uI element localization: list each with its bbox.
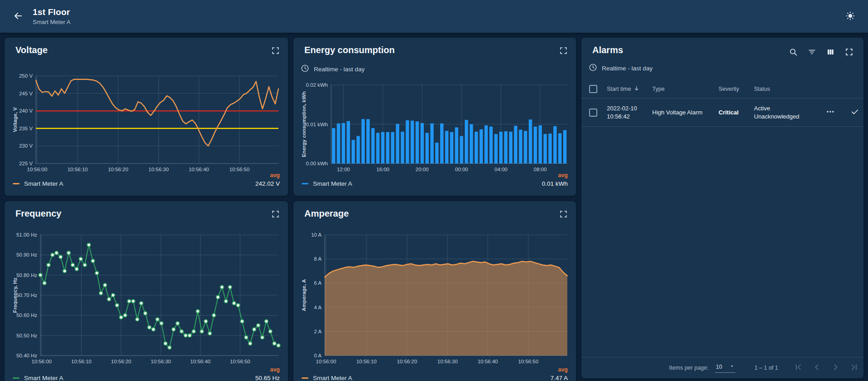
legend-dash-icon xyxy=(302,377,308,379)
svg-text:2 A: 2 A xyxy=(314,329,322,334)
fullscreen-button[interactable] xyxy=(268,207,283,223)
svg-text:10:56:40: 10:56:40 xyxy=(190,359,211,364)
sun-icon xyxy=(845,11,855,22)
agg-value: 242.02 V xyxy=(255,180,280,187)
legend-series[interactable]: Smart Meter A xyxy=(302,180,352,187)
search-icon xyxy=(789,48,798,58)
alarms-toolbar xyxy=(786,45,856,60)
cell-status: Active Unacknowledged xyxy=(754,104,823,120)
svg-text:51.00 Hz: 51.00 Hz xyxy=(16,232,37,238)
first-page-icon xyxy=(794,362,803,373)
column-status[interactable]: Status xyxy=(754,86,823,92)
svg-text:10:56:20: 10:56:20 xyxy=(111,359,131,364)
last-page-icon xyxy=(849,362,859,373)
cell-start-time: 2022-02-10 10:56:42 xyxy=(607,104,652,120)
svg-text:00:00: 00:00 xyxy=(455,167,468,172)
fullscreen-button[interactable] xyxy=(268,44,283,59)
svg-text:0.00 kWh: 0.00 kWh xyxy=(306,161,328,166)
fullscreen-button[interactable] xyxy=(556,207,570,223)
column-start-time[interactable]: Start time xyxy=(607,85,652,93)
items-per-page-label: Items per page: xyxy=(669,365,709,371)
items-per-page-select[interactable]: 10 xyxy=(715,363,735,373)
legend-series-name: Smart Meter A xyxy=(313,375,352,381)
svg-text:12:00: 12:00 xyxy=(337,167,350,172)
last-page-button[interactable] xyxy=(848,361,861,375)
back-arrow-icon xyxy=(13,10,24,23)
first-page-button[interactable] xyxy=(792,361,805,375)
fullscreen-icon xyxy=(271,210,280,220)
columns-button[interactable] xyxy=(823,45,838,60)
svg-text:250 V: 250 V xyxy=(19,73,33,79)
widget-title: Energy consumption xyxy=(304,45,395,55)
svg-text:6 A: 6 A xyxy=(314,280,322,286)
alarms-table-header: Start time Type Severity Status xyxy=(581,79,863,99)
widget-voltage: Voltage 225 V230 V235 V240 V245 V250 V10… xyxy=(5,38,288,196)
widget-amperage: Amperage 0 A2 A4 A6 A8 A10 A10:56:0010:5… xyxy=(293,201,576,381)
chart-legend: Smart Meter A avg 7.47 A xyxy=(302,366,568,381)
fullscreen-icon xyxy=(559,210,568,220)
chevron-right-icon xyxy=(831,362,840,373)
legend-series-name: Smart Meter A xyxy=(313,180,352,187)
legend-series-name: Smart Meter A xyxy=(24,180,63,187)
svg-text:10:56:50: 10:56:50 xyxy=(230,359,250,364)
svg-text:50.80 Hz: 50.80 Hz xyxy=(16,272,37,278)
svg-text:50.40 Hz: 50.40 Hz xyxy=(16,353,37,358)
select-all-checkbox[interactable] xyxy=(589,85,597,93)
legend-series[interactable]: Smart Meter A xyxy=(13,180,63,187)
legend-dash-icon xyxy=(302,183,308,184)
back-button[interactable] xyxy=(10,8,26,25)
app-header: 1st Floor Smart Meter A xyxy=(0,0,868,33)
row-checkbox[interactable] xyxy=(589,109,597,117)
chart-legend: Smart Meter A avg 242.02 V xyxy=(13,172,280,187)
brightness-button[interactable] xyxy=(843,8,858,25)
chart-legend: Smart Meter A avg 50.65 Hz xyxy=(13,366,280,381)
svg-text:4 A: 4 A xyxy=(314,305,322,310)
alarms-pagination: Items per page: 10 1 – 1 of 1 xyxy=(581,357,863,378)
voltage-chart: 225 V230 V235 V240 V245 V250 V10:56:0010… xyxy=(10,71,282,178)
column-severity[interactable]: Severity xyxy=(719,86,754,92)
svg-text:Frequency, Hz: Frequency, Hz xyxy=(12,277,18,313)
legend-series-name: Smart Meter A xyxy=(24,375,63,381)
previous-page-button[interactable] xyxy=(810,361,823,375)
alarm-table-row[interactable]: 2022-02-10 10:56:42 High Voltage Alarm C… xyxy=(581,99,863,127)
clock-icon xyxy=(589,63,597,73)
legend-series[interactable]: Smart Meter A xyxy=(302,375,352,381)
agg-label: avg xyxy=(255,172,280,178)
fullscreen-button[interactable] xyxy=(842,45,856,60)
svg-text:0 A: 0 A xyxy=(314,353,322,358)
timewindow[interactable]: Realtime - last day xyxy=(301,64,365,74)
svg-text:10:56:10: 10:56:10 xyxy=(71,359,92,364)
chevron-left-icon xyxy=(812,362,822,373)
amperage-chart: 0 A2 A4 A6 A8 A10 A10:56:0010:56:1010:56… xyxy=(299,230,571,366)
fullscreen-button[interactable] xyxy=(556,44,570,59)
column-type[interactable]: Type xyxy=(652,86,719,92)
next-page-button[interactable] xyxy=(829,361,842,375)
svg-text:08:00: 08:00 xyxy=(534,167,547,172)
svg-text:8 A: 8 A xyxy=(314,256,322,262)
chart-legend: Smart Meter A avg 0.01 kWh xyxy=(302,172,568,187)
widget-energy-consumption: Energy consumption Realtime - last day 0… xyxy=(293,38,576,196)
svg-text:10:56:20: 10:56:20 xyxy=(397,359,417,364)
search-button[interactable] xyxy=(786,45,800,60)
svg-text:225 V: 225 V xyxy=(19,161,33,166)
cell-type: High Voltage Alarm xyxy=(652,109,719,116)
filter-button[interactable] xyxy=(805,45,819,60)
caret-down-icon xyxy=(729,364,734,370)
pager-nav xyxy=(792,361,861,375)
legend-aggregation: avg 7.47 A xyxy=(551,366,568,381)
svg-text:10:56:00: 10:56:00 xyxy=(31,359,52,364)
timewindow-label: Realtime - last day xyxy=(314,66,365,73)
agg-value: 7.47 A xyxy=(551,375,568,381)
svg-text:50.70 Hz: 50.70 Hz xyxy=(16,292,37,298)
svg-text:0.02 kWh: 0.02 kWh xyxy=(306,82,328,88)
acknowledge-button[interactable] xyxy=(848,104,862,120)
cell-severity: Critical xyxy=(719,109,754,116)
more-actions-button[interactable] xyxy=(823,104,838,120)
svg-text:10 A: 10 A xyxy=(311,232,322,238)
svg-text:04:00: 04:00 xyxy=(494,167,507,172)
timewindow[interactable]: Realtime - last day xyxy=(589,63,653,73)
widget-frequency: Frequency 50.40 Hz50.50 Hz50.60 Hz50.70 … xyxy=(5,201,288,381)
legend-series[interactable]: Smart Meter A xyxy=(13,375,63,381)
svg-text:10:56:10: 10:56:10 xyxy=(356,359,377,364)
svg-text:16:00: 16:00 xyxy=(376,167,389,172)
